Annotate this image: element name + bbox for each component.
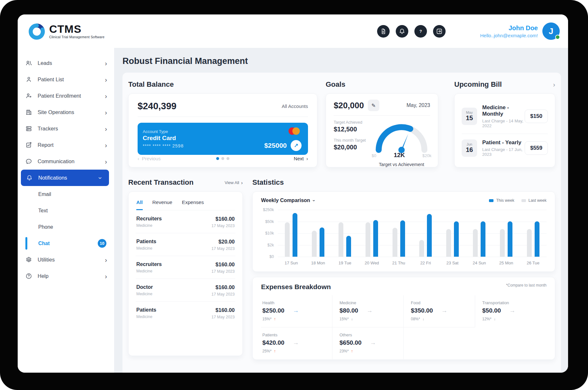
bar-last-week[interactable] (473, 229, 478, 257)
tab-expenses[interactable]: Expenses (182, 199, 204, 210)
bell-icon[interactable] (396, 25, 408, 38)
transaction-row[interactable]: Recruiters Medicine $160.00 17 May 2023 (136, 210, 235, 233)
chevron-right-icon: › (105, 109, 107, 116)
avatar[interactable]: J (542, 22, 560, 40)
expense-item-food: Food $350.00 → 08%* ↓ (404, 295, 475, 327)
carousel-dot[interactable] (216, 157, 219, 160)
bar-last-week[interactable] (312, 231, 317, 257)
bill-amount-pill[interactable]: $559 (525, 141, 548, 155)
bar-chart: $0$2k$10k$50k$250k (278, 210, 547, 257)
bill-list: May 15 Medicine - Monthly Last Charge - … (462, 99, 548, 162)
all-accounts-label[interactable]: All Accounts (282, 103, 308, 109)
svg-text:?: ? (419, 29, 422, 34)
help-icon[interactable]: ? (414, 25, 427, 38)
bar-last-week[interactable] (446, 229, 451, 257)
arrow-right-icon[interactable]: → (293, 339, 299, 346)
bar-this-week[interactable] (508, 221, 512, 257)
weekly-comparison-dropdown[interactable]: Weekly Comparison › (261, 198, 315, 203)
recent-transaction-card: AllRevenueExpenses Recruiters Medicine $… (128, 191, 243, 356)
bill-date: Jun 16 (462, 139, 477, 157)
x-tick-label: 21 Thu (389, 261, 408, 265)
bar-this-week[interactable] (454, 221, 459, 257)
logout-icon[interactable] (433, 25, 446, 38)
transaction-row[interactable]: Doctor Medicine $160.00 17 May 2023 (136, 279, 235, 302)
transaction-row[interactable]: Recruiters Medicine $160.00 17 May 2023 (136, 256, 235, 279)
sidebar-subitem-chat[interactable]: Chat 10 (18, 235, 114, 252)
expense-item-patients: Patients $420.00 → 25%* ↑ (261, 327, 332, 359)
view-all-link[interactable]: View All› (225, 180, 243, 185)
credit-card[interactable]: Account Type Credit Card **** **** **** … (138, 123, 308, 155)
expenses-card: Expenses Breakdown *Compare to last mont… (252, 277, 555, 360)
chevron-down-icon: › (98, 177, 104, 179)
bar-last-week[interactable] (366, 222, 370, 257)
user-name: John Doe (480, 24, 538, 32)
bar-last-week[interactable] (500, 229, 505, 257)
bar-this-week[interactable] (400, 220, 405, 257)
x-tick-label: 17 Sun (282, 261, 301, 265)
bar-this-week[interactable] (481, 221, 485, 257)
month-target-value: $20,000 (334, 144, 372, 151)
arrow-right-icon[interactable]: → (370, 339, 376, 346)
bar-this-week[interactable] (535, 221, 539, 257)
bar-this-week[interactable] (320, 227, 324, 257)
sidebar-subitem-email[interactable]: Email (18, 186, 114, 202)
bar-last-week[interactable] (393, 228, 397, 257)
arrow-right-icon[interactable]: → (441, 307, 448, 314)
x-tick-label: 18 Mon (308, 261, 328, 265)
bar-last-week[interactable] (527, 229, 532, 257)
edit-goal-button[interactable]: ✎ (368, 100, 379, 111)
sidebar-item-report[interactable]: Report › (18, 137, 114, 153)
chevron-down-icon: › (312, 200, 317, 201)
gauge-value-label: 12K (376, 152, 422, 159)
sidebar-item-notifications[interactable]: Notifications › (21, 170, 109, 186)
sidebar-item-communication[interactable]: Communication › (18, 153, 114, 170)
transaction-row[interactable]: Patients Medicine $20.00 17 May 2023 (136, 233, 235, 256)
trend-up-icon: ↑ (274, 349, 276, 353)
transaction-row[interactable]: Patients Medicine $160.00 17 May 2023 (136, 302, 235, 324)
sidebar-item-patient-list[interactable]: Patient List › (18, 71, 114, 88)
carousel-dot[interactable] (222, 157, 224, 160)
tab-all[interactable]: All (136, 199, 143, 210)
total-balance-amount: $240,399 (138, 101, 176, 111)
chevron-right-icon: › (105, 142, 107, 148)
leads-icon (25, 60, 32, 66)
bar-this-week[interactable] (293, 213, 297, 257)
sidebar-subitem-text[interactable]: Text (18, 202, 114, 219)
sidebar-item-trackers[interactable]: Trackers › (18, 120, 114, 137)
sidebar-item-utilities[interactable]: Utilities › (18, 252, 114, 268)
user-block[interactable]: John Doe Hello..john@exmaple.com! J (480, 22, 560, 40)
sidebar-item-patient-enrollment[interactable]: Patient Enrollment › (18, 88, 114, 104)
section-recent-transaction: Recent Transaction View All› AllRevenueE… (128, 175, 243, 360)
app-window: CTMS Clinical Trial Management Software … (18, 14, 568, 373)
bar-last-week[interactable] (419, 240, 424, 257)
bar-last-week[interactable] (339, 222, 343, 257)
arrow-right-icon[interactable]: → (366, 307, 373, 314)
carousel-next-button[interactable]: Next › (294, 156, 308, 161)
bar-this-week[interactable] (427, 214, 432, 257)
bill-amount-pill[interactable]: $150 (525, 110, 548, 123)
carousel-previous-button[interactable]: ‹ Previous (138, 156, 161, 161)
card-open-button[interactable]: ↗ (291, 140, 302, 151)
document-icon[interactable] (377, 25, 390, 38)
page-title: Robust Financial Management (122, 56, 561, 66)
bar-last-week[interactable] (285, 222, 290, 257)
trend-up-icon: ↑ (351, 349, 353, 353)
sidebar-subitem-phone[interactable]: Phone (18, 219, 114, 235)
sidebar-item-help[interactable]: Help › (18, 268, 114, 284)
section-goals: Goals $20,000 ✎ May, 2023 (326, 77, 438, 167)
tab-revenue[interactable]: Revenue (152, 199, 172, 210)
x-tick-label: 19 Tue (335, 261, 355, 265)
arrow-right-icon[interactable]: → (293, 307, 299, 314)
section-statistics: Statistics Weekly Comparison › This week… (252, 178, 555, 272)
arrow-right-icon[interactable]: → (509, 307, 515, 314)
bar-this-week[interactable] (346, 236, 351, 257)
carousel-dots[interactable] (216, 157, 230, 160)
chevron-right-icon: › (105, 257, 107, 263)
sidebar-item-site-operations[interactable]: Site Operations › (18, 104, 114, 120)
bar-this-week[interactable] (373, 220, 378, 257)
gauge-chart (372, 120, 431, 153)
app-header: CTMS Clinical Trial Management Software … (18, 14, 568, 48)
carousel-dot[interactable] (227, 157, 230, 160)
sidebar-item-leads[interactable]: Leads › (18, 55, 114, 71)
upcoming-bill-more-button[interactable]: › (553, 81, 555, 88)
